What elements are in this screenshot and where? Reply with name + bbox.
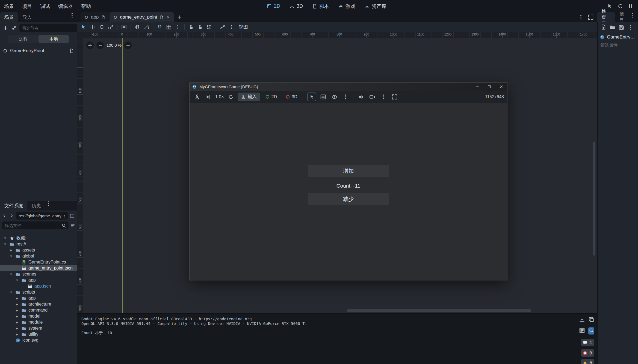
- close-button[interactable]: [495, 83, 507, 91]
- game-window-titlebar[interactable]: MyGFrameworkGame (DEBUG): [190, 83, 507, 91]
- camera-override-button[interactable]: [368, 93, 377, 101]
- expand-panel-icon[interactable]: [579, 327, 585, 333]
- filter-files-input[interactable]: [4, 223, 60, 228]
- tree-collapse-icon[interactable]: ▼: [15, 279, 19, 282]
- split-mode-icon[interactable]: [70, 213, 75, 218]
- scale-tool-button[interactable]: [107, 23, 115, 31]
- increase-button[interactable]: 增加: [308, 165, 389, 177]
- rotate-tool-button[interactable]: [98, 23, 106, 31]
- current-path-box[interactable]: [16, 212, 68, 220]
- filter-files-box[interactable]: [2, 221, 69, 229]
- workspace-assetlib[interactable]: 资产库: [361, 2, 390, 11]
- lock-selected-button[interactable]: [187, 23, 195, 31]
- skeleton-options-button[interactable]: [218, 23, 227, 31]
- tab-inspector[interactable]: 检查器: [597, 12, 615, 22]
- menu-editor[interactable]: 编辑器: [54, 3, 77, 10]
- camera-options-button[interactable]: [379, 93, 388, 101]
- tree-collapse-icon[interactable]: ▼: [3, 242, 7, 246]
- copy-log-icon[interactable]: [588, 316, 594, 322]
- menu-debug[interactable]: 调试: [36, 3, 54, 10]
- fs-item-command[interactable]: ▶command: [0, 307, 77, 313]
- select-mode-button[interactable]: [308, 93, 316, 101]
- local-button[interactable]: 本地: [39, 35, 69, 43]
- fs-item-icon.svg[interactable]: icon.svg: [0, 337, 77, 343]
- menu-scene[interactable]: 场景: [0, 3, 18, 10]
- workspace-2d[interactable]: 2D: [263, 2, 284, 10]
- tree-expand-icon[interactable]: ▶: [15, 297, 19, 300]
- load-resource-icon[interactable]: [609, 24, 615, 30]
- search-log-button[interactable]: [588, 327, 594, 335]
- inspector-more-icon[interactable]: [627, 24, 633, 30]
- tab-history[interactable]: 历史: [27, 201, 45, 211]
- filter-nodes-input[interactable]: [22, 25, 77, 31]
- mode-2d-button[interactable]: 2D: [262, 93, 280, 101]
- select-tool-button[interactable]: [79, 23, 88, 31]
- scene-tab-app[interactable]: app: [81, 12, 109, 22]
- fs-item-scripts[interactable]: ▼scripts: [0, 289, 77, 295]
- save-resource-icon[interactable]: [618, 24, 624, 30]
- warnings-badge[interactable]: 0: [581, 359, 594, 364]
- attached-script-icon[interactable]: [69, 48, 74, 53]
- embed-fullscreen-button[interactable]: [390, 93, 399, 101]
- errors-badge[interactable]: 0: [581, 349, 594, 357]
- tree-collapse-icon[interactable]: ▼: [9, 291, 13, 294]
- workspace-script[interactable]: 脚本: [308, 2, 333, 11]
- fs-item-game-entry-point.tscn[interactable]: game_entry_point.tscn: [0, 265, 77, 271]
- save-log-icon[interactable]: [579, 316, 585, 322]
- nav-back-icon[interactable]: [2, 213, 7, 218]
- list-select-tool-button[interactable]: [120, 23, 128, 31]
- fs-item-architecture[interactable]: ▶architecture: [0, 301, 77, 307]
- menu-help[interactable]: 帮助: [77, 3, 95, 10]
- more-options-button[interactable]: [228, 23, 236, 31]
- tree-expand-icon[interactable]: ▶: [15, 309, 19, 312]
- fs-item-assets[interactable]: ▶assets: [0, 247, 77, 253]
- tab-import-dock[interactable]: 导入: [18, 12, 36, 22]
- fs-item-res[interactable]: ▼res://: [0, 241, 77, 247]
- filesystem-more-icon[interactable]: [45, 201, 51, 207]
- tree-expand-icon[interactable]: ▶: [9, 248, 13, 252]
- reload-icon[interactable]: [617, 3, 623, 9]
- fs-item-app.tscn[interactable]: app.tscn: [0, 283, 77, 289]
- fs-item-gameentrypoint.cs[interactable]: GameEntryPoint.cs: [0, 259, 77, 265]
- maximize-button[interactable]: [483, 83, 495, 91]
- horizontal-scrollbar[interactable]: [347, 309, 531, 312]
- menu-project[interactable]: 项目: [18, 3, 36, 10]
- tree-collapse-icon[interactable]: ▼: [9, 273, 13, 276]
- selection-list-button[interactable]: [319, 93, 327, 101]
- tab-filesystem[interactable]: 文件系统: [0, 201, 27, 211]
- nav-forward-icon[interactable]: [9, 213, 14, 218]
- group-selected-button[interactable]: [205, 23, 213, 31]
- fs-item-scenes[interactable]: ▼scenes: [0, 271, 77, 277]
- zoom-in-button[interactable]: [124, 42, 132, 49]
- distraction-free-icon[interactable]: [588, 14, 594, 20]
- scene-tree-root-node[interactable]: GameEntryPoint: [0, 47, 77, 55]
- ruler-tool-button[interactable]: [142, 23, 150, 31]
- next-frame-button[interactable]: [204, 93, 213, 101]
- minimize-button[interactable]: [471, 83, 483, 91]
- tree-expand-icon[interactable]: ▶: [15, 303, 19, 306]
- add-node-icon[interactable]: [2, 25, 8, 31]
- tree-collapse-icon[interactable]: ▼: [3, 236, 7, 240]
- messages-badge[interactable]: 4: [581, 339, 594, 346]
- zoom-level[interactable]: 100.0 %: [107, 43, 122, 48]
- visibility-button[interactable]: [330, 93, 339, 101]
- tab-scene-dock[interactable]: 场景: [0, 12, 18, 22]
- zoom-out-button[interactable]: [96, 42, 104, 49]
- remote-button[interactable]: 远程: [8, 35, 39, 43]
- mute-audio-button[interactable]: [357, 93, 365, 101]
- scene-tab-game-entry-point[interactable]: game_entry_point: [110, 12, 174, 22]
- instantiate-scene-icon[interactable]: [11, 25, 17, 31]
- fs-item-system[interactable]: ▶system: [0, 325, 77, 331]
- smart-snap-button[interactable]: [156, 23, 164, 31]
- tree-expand-icon[interactable]: ▶: [15, 321, 19, 324]
- tree-collapse-icon[interactable]: ▼: [9, 254, 13, 258]
- pause-icon[interactable]: [628, 3, 634, 9]
- workspace-3d[interactable]: 3D: [286, 2, 307, 10]
- fs-item-[interactable]: ▼收藏:: [0, 235, 77, 241]
- fs-item-app[interactable]: ▼app: [0, 277, 77, 283]
- pan-tool-button[interactable]: [133, 23, 141, 31]
- time-scale[interactable]: 1.0×: [215, 94, 224, 99]
- dock-more-icon[interactable]: [630, 12, 638, 18]
- input-mode-button[interactable]: 输入: [238, 93, 260, 101]
- current-path-input[interactable]: [18, 213, 66, 218]
